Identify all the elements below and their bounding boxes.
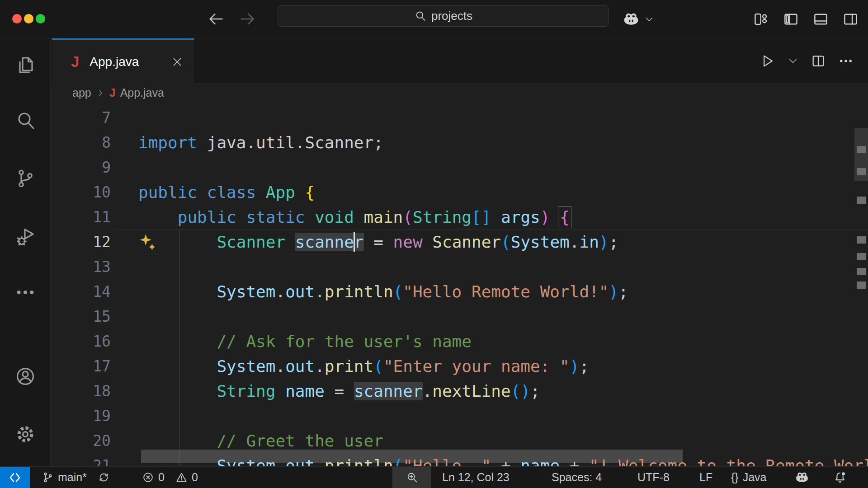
activity-bar: [0, 38, 51, 466]
code-line[interactable]: 17 System.out.print("Enter your name: ")…: [51, 354, 868, 379]
java-file-icon: J: [109, 86, 116, 99]
more-actions-button[interactable]: [838, 53, 854, 69]
line-number[interactable]: 15: [51, 304, 111, 329]
code-line-text: // Ask for the user's name: [138, 329, 472, 354]
overview-ruler-mark: [857, 146, 866, 153]
notifications-status[interactable]: [833, 467, 847, 488]
code-line[interactable]: 15: [51, 304, 868, 329]
line-number[interactable]: 19: [51, 404, 111, 428]
eol-status[interactable]: LF: [699, 467, 712, 488]
overview-ruler-mark: [857, 282, 866, 289]
problems-status[interactable]: 0 0: [142, 467, 198, 488]
warning-count: 0: [192, 471, 198, 484]
code-line[interactable]: 20 // Greet the user: [51, 428, 868, 453]
warnings-icon: [175, 471, 188, 483]
layout-sidebar-left-button[interactable]: [783, 11, 799, 28]
sync-icon[interactable]: [98, 471, 110, 483]
code-line[interactable]: 7: [51, 105, 868, 130]
code-area[interactable]: 78import java.util.Scanner;910public cla…: [51, 102, 868, 466]
code-line[interactable]: 16 // Ask for the user's name: [51, 329, 868, 354]
account-icon: [14, 366, 36, 387]
title-bar: projects: [0, 0, 868, 38]
copilot-menu-button[interactable]: [622, 10, 654, 29]
navigate-back-button[interactable]: [207, 10, 225, 28]
code-line-text: public static void main(String[] args) {: [138, 205, 570, 230]
search-value: projects: [431, 9, 472, 23]
copilot-status[interactable]: [794, 467, 810, 488]
overview-ruler-mark: [857, 236, 866, 244]
bell-icon: [833, 470, 847, 485]
line-number[interactable]: 11: [51, 205, 111, 230]
line-number[interactable]: 13: [51, 254, 111, 279]
indentation-status[interactable]: Spaces: 4: [552, 467, 602, 488]
run-options-chevron-icon[interactable]: [788, 56, 798, 66]
status-bar: main* 0 0 Ln 12, Col 23 Spaces: 4 UTF-8 …: [0, 466, 868, 488]
split-editor-button[interactable]: [811, 53, 826, 69]
remote-icon: [8, 471, 22, 484]
settings-icon: [14, 423, 36, 445]
run-button[interactable]: [760, 53, 775, 69]
close-window-button[interactable]: [12, 14, 22, 23]
code-line[interactable]: 14 System.out.println("Hello Remote Worl…: [51, 279, 868, 304]
line-number[interactable]: 8: [51, 130, 111, 155]
zoom-window-button[interactable]: [36, 14, 45, 23]
layout-sidebar-right-button[interactable]: [842, 11, 859, 28]
line-number[interactable]: 10: [51, 180, 111, 205]
code-line[interactable]: 13: [51, 254, 868, 279]
tab-app-java[interactable]: J App.java: [52, 38, 194, 84]
code-line[interactable]: 10public class App {: [51, 180, 868, 205]
line-number[interactable]: 17: [51, 354, 111, 379]
code-line[interactable]: 21 System.out.println("Hello, " + name +…: [51, 453, 868, 467]
line-number[interactable]: 20: [51, 428, 111, 453]
code-line-text: System.out.print("Enter your name: ");: [138, 354, 589, 379]
editor-zoom-status[interactable]: [392, 467, 431, 488]
remote-indicator[interactable]: [0, 467, 30, 488]
java-file-icon: J: [71, 53, 79, 70]
line-number[interactable]: 16: [51, 329, 111, 354]
line-number[interactable]: 9: [51, 155, 111, 180]
activity-item-search[interactable]: [10, 106, 41, 136]
overview-ruler-mark: [857, 268, 866, 275]
search-icon: [414, 10, 426, 22]
activity-item-explorer[interactable]: [10, 50, 41, 80]
line-number[interactable]: 21: [51, 453, 111, 467]
code-line[interactable]: 8import java.util.Scanner;: [51, 130, 868, 155]
copilot-icon: [622, 10, 640, 28]
search-icon: [14, 110, 36, 131]
overview-ruler-mark: [857, 168, 866, 175]
code-line-text: System.out.println("Hello Remote World!"…: [138, 279, 628, 304]
close-tab-icon[interactable]: [171, 56, 183, 68]
error-count: 0: [158, 471, 165, 484]
code-line[interactable]: 9: [51, 155, 868, 180]
code-line[interactable]: 18 String name = scanner.nextLine();: [51, 379, 868, 404]
line-number[interactable]: 14: [51, 279, 111, 304]
cursor-position-status[interactable]: Ln 12, Col 23: [442, 467, 509, 488]
activity-item-account[interactable]: [10, 361, 41, 391]
encoding-label: UTF-8: [637, 471, 670, 484]
language-status[interactable]: {} Java: [731, 467, 767, 488]
indentation-label: Spaces: 4: [552, 471, 602, 484]
layout-controls: [753, 0, 868, 38]
activity-item-settings[interactable]: [10, 419, 41, 449]
code-line[interactable]: 11 public static void main(String[] args…: [51, 205, 868, 230]
line-number[interactable]: 12: [51, 230, 111, 254]
minimize-window-button[interactable]: [24, 14, 33, 23]
code-line[interactable]: 19: [51, 404, 868, 428]
layout-panel-button[interactable]: [812, 11, 829, 28]
navigate-forward-button[interactable]: [238, 10, 256, 28]
activity-item-source-control[interactable]: [10, 164, 41, 193]
code-line[interactable]: 12 Scanner scanner = new Scanner(System.…: [51, 230, 868, 254]
line-number[interactable]: 18: [51, 379, 111, 404]
breadcrumb-folder[interactable]: app: [72, 86, 91, 99]
cursor-position-label: Ln 12, Col 23: [442, 471, 509, 484]
command-center-search[interactable]: projects: [278, 5, 609, 27]
line-number[interactable]: 7: [51, 105, 111, 130]
editor-actions: [760, 38, 868, 84]
activity-item-run-and-debug[interactable]: [10, 222, 41, 252]
activity-item-more[interactable]: [10, 277, 41, 307]
branch-status[interactable]: main*: [42, 467, 110, 488]
breadcrumb-separator-icon: [96, 89, 105, 98]
layout-customize-button[interactable]: [753, 11, 769, 28]
breadcrumb-file[interactable]: App.java: [120, 86, 164, 99]
encoding-status[interactable]: UTF-8: [637, 467, 670, 488]
